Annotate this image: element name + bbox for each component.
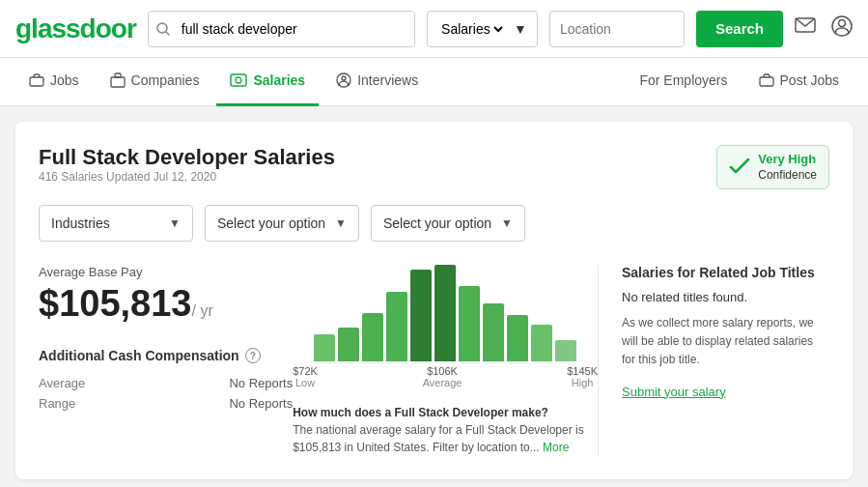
location-input[interactable] bbox=[549, 11, 685, 47]
chevron-down-icon: ▼ bbox=[514, 21, 527, 37]
industries-dropdown[interactable]: Industries ▼ bbox=[39, 205, 193, 242]
chart-description: How much does a Full Stack Developer mak… bbox=[293, 404, 598, 456]
messages-icon[interactable] bbox=[795, 17, 816, 40]
search-icon bbox=[149, 22, 178, 36]
histogram-bar bbox=[459, 286, 480, 361]
profile-icon[interactable] bbox=[831, 15, 853, 42]
histogram-bar bbox=[507, 315, 528, 361]
submit-salary-link[interactable]: Submit your salary bbox=[622, 385, 726, 399]
category-select[interactable]: Salaries ▼ bbox=[427, 11, 538, 47]
dropdowns-row: Industries ▼ Select your option ▼ Select… bbox=[39, 205, 829, 242]
svg-rect-8 bbox=[231, 74, 246, 86]
chart-label-high: $145K High bbox=[567, 365, 598, 388]
option2-dropdown[interactable]: Select your option ▼ bbox=[371, 205, 525, 242]
svg-rect-12 bbox=[760, 77, 773, 86]
no-related-text: No related titles found. bbox=[622, 290, 829, 304]
chevron-down-icon: ▼ bbox=[169, 216, 181, 230]
header-icons bbox=[795, 15, 853, 42]
logo: glassdoor bbox=[15, 14, 136, 44]
histogram-bar bbox=[483, 303, 504, 361]
header: glassdoor Salaries ▼ Search bbox=[0, 0, 868, 58]
chevron-down-icon: ▼ bbox=[501, 216, 513, 230]
main-content: Full Stack Developer Salaries 416 Salari… bbox=[0, 106, 868, 487]
option1-dropdown[interactable]: Select your option ▼ bbox=[205, 205, 359, 242]
svg-rect-6 bbox=[111, 77, 125, 87]
help-icon[interactable]: ? bbox=[245, 348, 261, 363]
avg-salary-value: $105,813/ yr bbox=[39, 283, 293, 325]
salary-content: Average Base Pay $105,813/ yr Additional… bbox=[39, 265, 829, 456]
title-block: Full Stack Developer Salaries 416 Salari… bbox=[39, 145, 335, 199]
svg-point-9 bbox=[236, 77, 241, 83]
svg-rect-7 bbox=[115, 73, 121, 77]
nav-item-post-jobs[interactable]: Post Jobs bbox=[745, 58, 853, 106]
cash-table: Average No Reports Range No Reports bbox=[39, 373, 293, 414]
histogram-bar bbox=[555, 340, 576, 361]
cash-row-range: Range No Reports bbox=[39, 393, 293, 414]
nav-item-salaries[interactable]: Salaries bbox=[216, 58, 319, 106]
avg-base-pay-label: Average Base Pay bbox=[39, 265, 293, 279]
histogram bbox=[314, 265, 576, 361]
histogram-bar bbox=[410, 270, 432, 361]
search-bar bbox=[148, 11, 415, 47]
histogram-bar bbox=[362, 313, 383, 361]
nav-item-jobs[interactable]: Jobs bbox=[15, 58, 93, 106]
histogram-bar bbox=[338, 328, 359, 361]
histogram-bar bbox=[314, 334, 335, 361]
confidence-badge: Very High Confidence bbox=[716, 145, 829, 189]
nav: Jobs Companies Salaries Interviews For E… bbox=[0, 58, 868, 106]
more-link[interactable]: More bbox=[543, 441, 569, 454]
histogram-bar bbox=[531, 325, 552, 361]
subtitle: 416 Salaries Updated Jul 12, 2020 bbox=[39, 170, 335, 184]
svg-point-11 bbox=[342, 76, 346, 80]
confidence-text: Very High Confidence bbox=[758, 152, 817, 183]
page-title: Full Stack Developer Salaries bbox=[39, 145, 335, 170]
confidence-icon bbox=[729, 156, 750, 180]
svg-point-4 bbox=[839, 20, 846, 27]
histogram-bar bbox=[434, 265, 456, 361]
search-button[interactable]: Search bbox=[696, 11, 783, 47]
salary-card: Full Stack Developer Salaries 416 Salari… bbox=[15, 122, 853, 479]
chevron-down-icon: ▼ bbox=[335, 216, 347, 230]
nav-item-employers[interactable]: For Employers bbox=[626, 58, 741, 106]
cash-row-average: Average No Reports bbox=[39, 373, 293, 393]
salary-left: Average Base Pay $105,813/ yr Additional… bbox=[39, 265, 293, 456]
chart-labels: $72K Low $106K Average $145K High bbox=[293, 365, 598, 388]
right-panel: Salaries for Related Job Titles No relat… bbox=[598, 265, 829, 456]
related-title: Salaries for Related Job Titles bbox=[622, 265, 829, 280]
additional-cash-title: Additional Cash Compensation ? bbox=[39, 348, 293, 363]
keyword-search-input[interactable] bbox=[178, 12, 414, 46]
category-dropdown[interactable]: Salaries bbox=[437, 20, 506, 38]
nav-right: For Employers Post Jobs bbox=[626, 58, 853, 106]
related-description: As we collect more salary reports, we wi… bbox=[622, 314, 829, 370]
svg-line-1 bbox=[166, 32, 169, 35]
nav-item-companies[interactable]: Companies bbox=[97, 58, 213, 106]
chart-area: $72K Low $106K Average $145K High How mu… bbox=[293, 265, 598, 456]
chart-label-low: $72K Low bbox=[293, 365, 318, 388]
histogram-bar bbox=[386, 292, 407, 361]
title-row: Full Stack Developer Salaries 416 Salari… bbox=[39, 145, 829, 199]
nav-item-interviews[interactable]: Interviews bbox=[322, 58, 432, 106]
chart-label-avg: $106K Average bbox=[423, 365, 462, 388]
svg-rect-5 bbox=[30, 77, 43, 86]
